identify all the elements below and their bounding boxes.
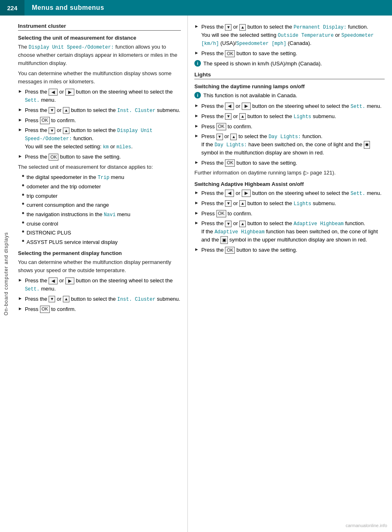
further-info: Further information on daytime running l… [194,169,385,177]
btn-right-1: ▶ [65,89,74,96]
a-arrow-content-5: Press the OK button to save the setting. [201,246,385,254]
dot-content-5: the navigation instructions in the Navi … [27,210,130,219]
left-column: Instrument cluster Selecting the unit of… [12,16,188,532]
l-btn-right-1: ▶ [242,103,251,110]
l-mono-day-lights: Day Lights: [269,134,301,140]
r-info-content-1: The speed is shown in km/h (USA)/mph (Ca… [203,60,385,68]
a-arrow-content-2: Press the ▼ or ▲ button to select the Li… [201,199,385,208]
dot-icon-4 [22,203,24,205]
s2-arrow-content-3: Press OK to confirm. [25,305,181,313]
a-arrow-icon-4: ► [194,220,199,225]
arrow-icon-3: ► [18,117,22,122]
arrow-content-5: Press the OK button to save the setting. [25,153,181,161]
a-btn-left-1: ◀ [225,190,234,197]
s2-mono-sett: Sett. [25,286,40,292]
page-number: 224 [0,0,24,16]
a-arrow-content-4: Press the ▼ or ▲ button to select the Ad… [201,219,385,244]
btn-down-2: ▼ [49,107,55,114]
r-arrow-icon-1: ► [194,24,199,29]
a-btn-down-4: ▼ [225,221,232,227]
s2-btn-left-1: ◀ [49,277,58,284]
s2-arrow-icon-1: ► [18,277,22,282]
btn-ok-2: OK [49,154,58,161]
section-instrument-cluster: Instrument cluster [18,23,181,31]
s2-arrow-2: ► Press the ▼ or ▲ button to select the … [18,295,181,303]
dot-7: DISTRONIC PLUS [18,229,181,237]
r-btn-up-1: ▲ [239,24,246,31]
l-btn-ok-3: OK [216,123,226,130]
a-arrow-2: ► Press the ▼ or ▲ button to select the … [194,199,385,208]
r-btn-ok-2: OK [225,50,235,57]
s2-btn-ok-3: OK [40,306,50,313]
l-arrow-5: ► Press the OK button to save the settin… [194,159,385,167]
l-btn-ok-5: OK [225,159,235,166]
s2-arrow-3: ► Press OK to confirm. [18,305,181,313]
applies-para: The selected unit of measurement for dis… [18,163,181,171]
arrow-icon-2: ► [18,107,22,112]
dot-icon-5 [22,212,24,214]
unit-para1: The Display Unit Speed-/Odometer: functi… [18,43,181,67]
perm-display-para: You can determine whether the multifunct… [18,258,181,274]
watermark: carmanualonline.info [345,523,387,528]
s2-btn-up-2: ▲ [63,296,69,302]
dot-4: current consumption and the range [18,201,181,209]
dot-content-7: DISTRONIC PLUS [27,229,71,237]
r-arrow-icon-2: ► [194,50,199,55]
a-btn-up-2: ▲ [239,200,246,207]
btn-ok-1: OK [40,117,50,124]
s2-arrow-content-1: Press the ◀ or ▶ button on the steering … [25,277,181,293]
page-title: Menus and submenus [24,4,104,11]
arrow-item-5: ► Press the OK button to save the settin… [18,153,181,161]
l-btn-up-2: ▲ [239,113,246,120]
arrow-content-4: Press the ▼ or ▲ button to select the Di… [25,126,181,151]
dot-content-2: odometer and the trip odometer [27,183,101,191]
dot-6: cruise control [18,220,181,228]
r-mono-perm: Permanent Display: [294,25,347,30]
s2-btn-right-1: ▶ [65,277,74,284]
dot-content-6: cruise control [27,220,58,228]
arrow-item-3: ► Press OK to confirm. [18,116,181,125]
r-info-1: i The speed is shown in km/h (USA)/mph (… [194,60,385,68]
l-mono-lights-1: Lights [294,114,311,120]
s2-mono-inst: Inst. Cluster [117,297,156,302]
l-btn-up-4: ▲ [230,134,237,140]
l-arrow-content-5: Press the OK button to save the setting. [201,159,385,167]
a-arrow-1: ► Press the ◀ or ▶ button on the steerin… [194,189,385,197]
sidebar-label: On-board computer and displays [3,232,9,315]
btn-left-1: ◀ [49,89,58,96]
l-arrow-icon-3: ► [194,123,199,128]
dot-3: trip computer [18,192,181,200]
l-arrow-content-2: Press the ▼ or ▲ button to select the Li… [201,112,385,121]
r-mono-spd-mph: Speedometer [mph] [236,41,286,47]
a-sym-highbeam: ▣ [220,236,228,244]
a-mono-lights-2: Lights [294,201,311,207]
section-lights: Lights [194,72,385,79]
l-mono-sett-1: Sett. [351,104,365,110]
btn-up-4: ▲ [63,127,69,134]
mono-miles: miles [116,144,131,150]
dot-icon-3 [22,194,24,196]
subsection-adaptive-highbeam: Switching Adaptive Highbeam Assist on/of… [194,181,385,187]
dot-icon-1 [22,175,24,177]
r-mono-outside-temp: Outside Temperature [278,33,334,38]
main-content: Instrument cluster Selecting the unit of… [12,16,392,532]
sidebar: On-board computer and displays [0,16,12,532]
dot-icon-8 [22,240,24,242]
arrow-content-2: Press the ▼ or ▲ button to select the In… [25,106,181,114]
arrow-content-3: Press OK to confirm. [25,116,181,125]
s2-arrow-icon-2: ► [18,296,22,301]
a-btn-down-2: ▼ [225,200,232,207]
info-icon-lights-1: i [194,92,201,98]
mono-km: km [103,144,109,150]
dot-5: the navigation instructions in the Navi … [18,210,181,219]
dot-content-4: current consumption and the range [27,201,109,209]
a-btn-right-1: ▶ [242,190,251,197]
lights-info-1: i This function is not available in Cana… [194,92,385,100]
header-bar: 224 Menus and submenus [0,0,392,16]
s2-arrow-icon-3: ► [18,306,22,311]
s2-arrow-1: ► Press the ◀ or ▶ button on the steerin… [18,277,181,293]
l-arrow-icon-2: ► [194,113,199,118]
l-arrow-2: ► Press the ▼ or ▲ button to select the … [194,112,385,121]
a-btn-up-4: ▲ [239,221,246,227]
dot-content-1: the digital speedometer in the Trip menu [27,173,124,181]
